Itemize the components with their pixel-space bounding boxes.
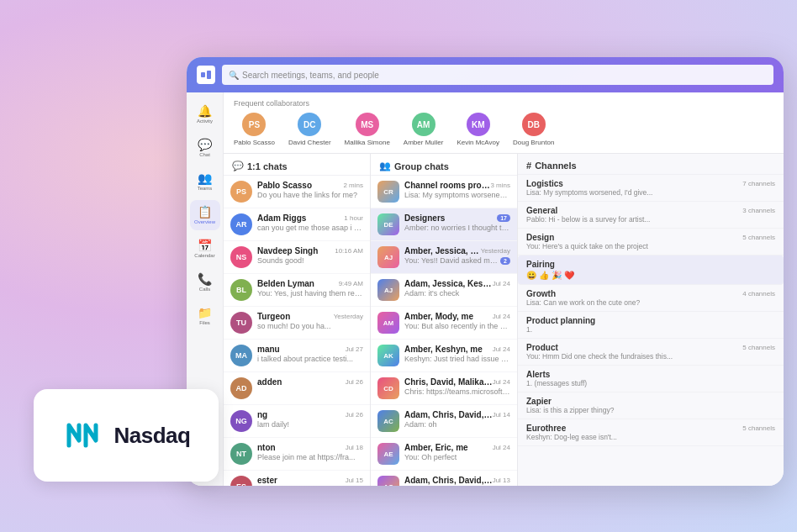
group-avatar-adam-jessica: AJ: [377, 279, 399, 301]
files-icon: 📁: [198, 307, 212, 319]
top-bar: 🔍 Search meetings, teams, and people: [187, 57, 784, 92]
collaborator-pablo[interactable]: PS Pablo Scasso: [234, 113, 275, 146]
group-item-amber-mody[interactable]: AM Amber, Mody, me Jul 24 You: But also …: [371, 307, 517, 340]
avatar-mallika: MS: [356, 113, 379, 136]
col-1-1-header: 💬 1:1 chats: [224, 154, 370, 176]
avatar-kevin: KM: [467, 113, 490, 136]
collab-name-kevin: Kevin McAvoy: [457, 139, 499, 146]
chat-item-pablo[interactable]: PS Pablo Scasso 2 mins Do you have the l…: [224, 176, 370, 208]
chat-icon: 💬: [198, 139, 212, 150]
sidebar-label-files: Files: [199, 320, 210, 325]
channel-general[interactable]: General 3 channels Pablo: Hi - below is …: [518, 202, 784, 229]
col-group-title: Group chats: [394, 161, 449, 171]
search-bar[interactable]: 🔍 Search meetings, teams, and people: [222, 65, 773, 85]
col-group-header: 👥 Group chats: [371, 154, 517, 176]
group-item-adam-jessica[interactable]: AJ Adam, Jessica, Keshyn, Paul, me Jul 2…: [371, 274, 517, 307]
channel-design[interactable]: Design 5 channels You: Here's a quick ta…: [518, 229, 784, 255]
collaborators-row: PS Pablo Scasso DC David Chester MS Mall…: [234, 113, 773, 146]
sidebar-label-teams: Teams: [198, 186, 213, 191]
collab-name-doug: Doug Brunton: [513, 139, 554, 146]
collaborator-doug[interactable]: DB Doug Brunton: [513, 113, 554, 146]
chat-item-ng[interactable]: NG ng Jul 26 lam daily!: [224, 405, 370, 438]
badge-designers: 17: [497, 214, 510, 222]
channel-eurothree[interactable]: Eurothree 5 channels Keshyn: Dog-leg eas…: [518, 419, 784, 446]
chat-avatar-pablo: PS: [230, 181, 252, 203]
avatar-doug: DB: [522, 113, 546, 136]
group-avatar-chris-david: CD: [377, 377, 399, 399]
collab-name-amber: Amber Muller: [404, 139, 444, 146]
chat-item-adam-riggs[interactable]: AR Adam Riggs 1 hour can you get me thos…: [224, 208, 370, 241]
chat-item-ester[interactable]: ES ester Jul 15 Please join me at https:…: [224, 471, 370, 486]
group-chat-icon-header: 👥: [379, 161, 391, 171]
activity-icon: 🔔: [198, 105, 212, 117]
sidebar-item-calendar[interactable]: 📅 Calendar: [190, 234, 220, 264]
group-item-channel-rooms[interactable]: CR Channel rooms prototypers 3 mins Lisa…: [371, 176, 517, 208]
sidebar-item-teams[interactable]: 👥 Teams: [190, 166, 220, 197]
content-area: 💬 1:1 chats PS Pablo Scasso 2 mins Do yo…: [224, 154, 784, 486]
group-item-amber-keshyn[interactable]: AK Amber, Keshyn, me Jul 24 Keshyn: Just…: [371, 340, 517, 372]
app-window: 🔍 Search meetings, teams, and people 🔔 A…: [187, 57, 784, 486]
frequent-bar: Frequent collaborators PS Pablo Scasso D…: [224, 92, 784, 154]
channel-growth[interactable]: Growth 4 channels Lisa: Can we work on t…: [518, 285, 784, 312]
group-item-adam-chris-david[interactable]: AC Adam, Chris, David, Paul, me Jul 13 A…: [371, 471, 517, 486]
channel-pairing[interactable]: Pairing 😀 👍 🎉 ❤️: [518, 255, 784, 285]
collaborator-amber[interactable]: AM Amber Muller: [404, 113, 444, 146]
emoji-bar: 😀 👍 🎉 ❤️: [526, 271, 775, 280]
content-wrapper: Frequent collaborators PS Pablo Scasso D…: [224, 92, 784, 486]
chat-item-manu[interactable]: MA manu Jul 27 i talked about practice t…: [224, 340, 370, 372]
group-item-chris-david[interactable]: CD Chris, David, Malika, me Jul 24 Chris…: [371, 372, 517, 405]
sidebar-label-overview: Overview: [194, 219, 215, 224]
calls-icon: 📞: [198, 273, 212, 285]
chat-info-pablo: Pablo Scasso 2 mins Do you have the link…: [257, 181, 363, 199]
chat-item-turgeon[interactable]: TU Turgeon Yesterday so much! Do you ha.…: [224, 307, 370, 340]
chat-avatar-adam-riggs: AR: [230, 213, 252, 235]
group-item-designers[interactable]: DE Designers 17 Amber: no worries I thou…: [371, 208, 517, 241]
channel-alerts[interactable]: Alerts 1. (messages stuff): [518, 366, 784, 392]
nasdaq-logo-icon: [62, 419, 103, 452]
sidebar-label-chat: Chat: [199, 152, 210, 157]
channels-icon-header: #: [526, 161, 531, 171]
collab-name-david: David Chester: [288, 139, 331, 146]
chat-avatar-navdeep: NS: [230, 246, 252, 268]
col-group-chats: 👥 Group chats CR Channel rooms prototype…: [371, 154, 518, 486]
nasdaq-card: Nasdaq: [34, 389, 219, 482]
sidebar-item-calls[interactable]: 📞 Calls: [190, 267, 220, 298]
col-1-1-chats: 💬 1:1 chats PS Pablo Scasso 2 mins Do yo…: [224, 154, 371, 486]
col-channels: # Channels Logistics 7 channels Lisa: My…: [518, 154, 784, 486]
sidebar-item-overview[interactable]: 📋 Overview: [190, 200, 220, 230]
group-item-amber-jessica[interactable]: AJ Amber, Jessica, me Yesterday You: Yes…: [371, 241, 517, 274]
sidebar-item-activity[interactable]: 🔔 Activity: [190, 99, 220, 129]
col-1-1-title: 1:1 chats: [247, 161, 288, 171]
group-item-adam-chris[interactable]: AC Adam, Chris, David, me Jul 14 Adam: o…: [371, 405, 517, 438]
nasdaq-label: Nasdaq: [114, 423, 191, 449]
chat-item-nton[interactable]: NT nton Jul 18 Please join me at https:/…: [224, 438, 370, 471]
sidebar-item-files[interactable]: 📁 Files: [190, 301, 220, 331]
svg-rect-1: [207, 71, 211, 79]
group-item-amber-eric[interactable]: AE Amber, Eric, me Jul 24 You: Oh perfec…: [371, 438, 517, 471]
sidebar-item-chat[interactable]: 💬 Chat: [190, 133, 220, 163]
channel-zapier[interactable]: Zapier Lisa: is this a zipper thingy?: [518, 392, 784, 419]
chat-avatar-belden: BL: [230, 279, 252, 301]
svg-rect-0: [201, 72, 205, 77]
chat-avatar-nton: NT: [230, 443, 252, 465]
channel-logistics[interactable]: Logistics 7 channels Lisa: My symptoms w…: [518, 175, 784, 202]
chat-avatar-turgeon: TU: [230, 312, 252, 334]
search-icon: 🔍: [229, 71, 239, 80]
teams-icon: 👥: [198, 172, 212, 184]
collab-name-pablo: Pablo Scasso: [234, 139, 275, 146]
chat-icon-header: 💬: [232, 161, 244, 171]
collaborator-david[interactable]: DC David Chester: [288, 113, 331, 146]
collaborator-mallika[interactable]: MS Mallika Simone: [345, 113, 390, 146]
channel-product[interactable]: Product 5 channels You: Hmm Did one chec…: [518, 339, 784, 366]
group-avatar-amber-keshyn: AK: [377, 345, 399, 366]
col-channels-title: Channels: [535, 161, 577, 171]
chat-item-navdeep[interactable]: NS Navdeep Singh 10:16 AM Sounds good!: [224, 241, 370, 274]
chat-avatar-ester: ES: [230, 476, 252, 486]
collaborator-kevin[interactable]: KM Kevin McAvoy: [457, 113, 499, 146]
channel-product-planning[interactable]: Product planning 1.: [518, 312, 784, 339]
chat-item-adden[interactable]: AD adden Jul 26: [224, 372, 370, 405]
group-avatar-adam-chris-david: AC: [377, 476, 399, 486]
chat-item-belden[interactable]: BL Belden Lyman 9:49 AM You: Yes, just h…: [224, 274, 370, 307]
badge-amber-jessica: 2: [500, 257, 510, 265]
calendar-icon: 📅: [198, 240, 212, 251]
